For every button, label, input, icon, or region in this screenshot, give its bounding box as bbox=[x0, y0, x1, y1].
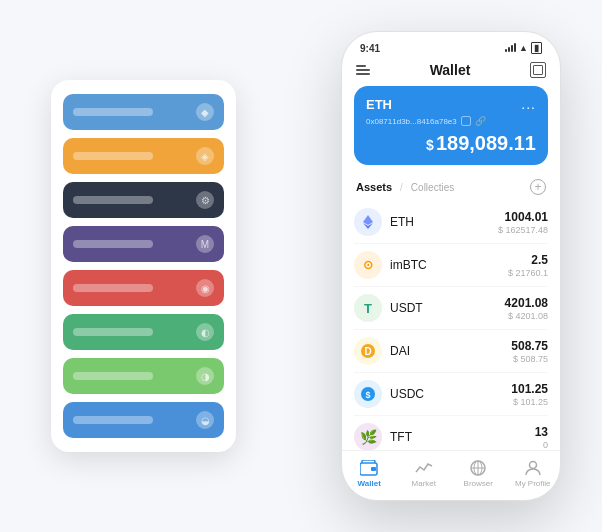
eth-ticker: ETH bbox=[366, 97, 392, 112]
asset-name-dai: DAI bbox=[390, 344, 511, 358]
tft-icon: 🌿 bbox=[354, 423, 382, 450]
list-item[interactable]: ◐ bbox=[63, 314, 224, 350]
card-icon: ◉ bbox=[196, 279, 214, 297]
asset-item-usdt[interactable]: T USDT 4201.08 $ 4201.08 bbox=[354, 287, 548, 330]
list-item[interactable]: ◉ bbox=[63, 270, 224, 306]
asset-item-usdc[interactable]: $ USDC 101.25 $ 101.25 bbox=[354, 373, 548, 416]
asset-amount-imbtc: 2.5 bbox=[508, 253, 548, 267]
asset-item-eth[interactable]: ETH 1004.01 $ 162517.48 bbox=[354, 201, 548, 244]
nav-profile-label: My Profile bbox=[515, 479, 551, 488]
nav-browser[interactable]: Browser bbox=[451, 459, 506, 488]
list-item[interactable]: M bbox=[63, 226, 224, 262]
card-text-bar bbox=[73, 372, 153, 380]
card-text-bar bbox=[73, 416, 153, 424]
asset-values-usdt: 4201.08 $ 4201.08 bbox=[505, 296, 548, 321]
nav-profile[interactable]: My Profile bbox=[506, 459, 561, 488]
card-text-bar bbox=[73, 196, 153, 204]
wifi-icon: ▲ bbox=[519, 43, 528, 53]
asset-amount-tft: 13 bbox=[535, 425, 548, 439]
scene: ◆ ◈ ⚙ M ◉ ◐ ◑ ◒ bbox=[21, 21, 581, 511]
nav-market[interactable]: Market bbox=[397, 459, 452, 488]
svg-marker-0 bbox=[363, 215, 373, 225]
asset-usd-usdt: $ 4201.08 bbox=[505, 311, 548, 321]
page-title: Wallet bbox=[430, 62, 471, 78]
imbtc-icon: ⊙ bbox=[354, 251, 382, 279]
asset-amount-usdc: 101.25 bbox=[511, 382, 548, 396]
asset-values-imbtc: 2.5 $ 21760.1 bbox=[508, 253, 548, 278]
browser-icon bbox=[469, 459, 487, 477]
asset-list: ETH 1004.01 $ 162517.48 ⊙ imBTC 2.5 $ 21… bbox=[342, 201, 560, 450]
time-display: 9:41 bbox=[360, 43, 380, 54]
asset-values-eth: 1004.01 $ 162517.48 bbox=[498, 210, 548, 235]
card-icon: ◈ bbox=[196, 147, 214, 165]
asset-name-eth: ETH bbox=[390, 215, 498, 229]
card-text-bar bbox=[73, 328, 153, 336]
eth-card-header: ETH ... bbox=[366, 96, 536, 112]
asset-item-imbtc[interactable]: ⊙ imBTC 2.5 $ 21760.1 bbox=[354, 244, 548, 287]
nav-market-label: Market bbox=[412, 479, 436, 488]
asset-usd-eth: $ 162517.48 bbox=[498, 225, 548, 235]
list-item[interactable]: ◆ bbox=[63, 94, 224, 130]
card-icon: ⚙ bbox=[196, 191, 214, 209]
asset-item-dai[interactable]: D DAI 508.75 $ 508.75 bbox=[354, 330, 548, 373]
asset-amount-dai: 508.75 bbox=[511, 339, 548, 353]
dai-icon: D bbox=[354, 337, 382, 365]
asset-usd-usdc: $ 101.25 bbox=[511, 397, 548, 407]
phone-mockup: 9:41 ▲ ▮ Wallet bbox=[341, 31, 561, 501]
profile-icon bbox=[524, 459, 542, 477]
signal-icon bbox=[505, 44, 516, 52]
tab-assets[interactable]: Assets bbox=[356, 181, 392, 193]
svg-rect-7 bbox=[371, 467, 376, 471]
tab-collecties[interactable]: Collecties bbox=[411, 182, 454, 193]
card-icon: ◒ bbox=[196, 411, 214, 429]
asset-usd-imbtc: $ 21760.1 bbox=[508, 268, 548, 278]
eth-card[interactable]: ETH ... 0x08711d3b...8416a78e3 🔗 $189,08… bbox=[354, 86, 548, 165]
svg-point-12 bbox=[529, 462, 536, 469]
card-text-bar bbox=[73, 108, 153, 116]
card-icon: ◆ bbox=[196, 103, 214, 121]
card-text-bar bbox=[73, 152, 153, 160]
asset-amount-eth: 1004.01 bbox=[498, 210, 548, 224]
assets-header: Assets / Collecties + bbox=[342, 173, 560, 201]
nav-wallet-label: Wallet bbox=[358, 479, 381, 488]
battery-icon: ▮ bbox=[531, 42, 542, 54]
eth-balance: $189,089.11 bbox=[366, 132, 536, 155]
card-icon: M bbox=[196, 235, 214, 253]
bottom-nav: Wallet Market Browser My Profile bbox=[342, 450, 560, 500]
asset-amount-usdt: 4201.08 bbox=[505, 296, 548, 310]
asset-name-usdt: USDT bbox=[390, 301, 505, 315]
market-icon bbox=[415, 459, 433, 477]
list-item[interactable]: ◈ bbox=[63, 138, 224, 174]
svg-text:D: D bbox=[364, 346, 371, 357]
card-icon: ◑ bbox=[196, 367, 214, 385]
list-item[interactable]: ⚙ bbox=[63, 182, 224, 218]
asset-values-usdc: 101.25 $ 101.25 bbox=[511, 382, 548, 407]
assets-tabs: Assets / Collecties bbox=[356, 181, 454, 193]
add-asset-button[interactable]: + bbox=[530, 179, 546, 195]
asset-item-tft[interactable]: 🌿 TFT 13 0 bbox=[354, 416, 548, 450]
status-bar: 9:41 ▲ ▮ bbox=[342, 32, 560, 58]
card-text-bar bbox=[73, 284, 153, 292]
dollar-sign: $ bbox=[426, 137, 434, 153]
copy-icon[interactable] bbox=[461, 116, 471, 126]
card-stack: ◆ ◈ ⚙ M ◉ ◐ ◑ ◒ bbox=[51, 80, 236, 452]
card-icon: ◐ bbox=[196, 323, 214, 341]
svg-text:$: $ bbox=[365, 390, 370, 400]
asset-values-dai: 508.75 $ 508.75 bbox=[511, 339, 548, 364]
phone-header: Wallet bbox=[342, 58, 560, 86]
usdc-icon: $ bbox=[354, 380, 382, 408]
nav-browser-label: Browser bbox=[464, 479, 493, 488]
scan-icon[interactable] bbox=[530, 62, 546, 78]
asset-usd-tft: 0 bbox=[535, 440, 548, 450]
asset-name-usdc: USDC bbox=[390, 387, 511, 401]
list-item[interactable]: ◒ bbox=[63, 402, 224, 438]
asset-name-tft: TFT bbox=[390, 430, 535, 444]
eth-address: 0x08711d3b...8416a78e3 🔗 bbox=[366, 116, 536, 126]
asset-usd-dai: $ 508.75 bbox=[511, 354, 548, 364]
eth-icon bbox=[354, 208, 382, 236]
list-item[interactable]: ◑ bbox=[63, 358, 224, 394]
eth-more-button[interactable]: ... bbox=[521, 96, 536, 112]
menu-icon[interactable] bbox=[356, 65, 370, 75]
nav-wallet[interactable]: Wallet bbox=[342, 459, 397, 488]
wallet-icon bbox=[360, 459, 378, 477]
